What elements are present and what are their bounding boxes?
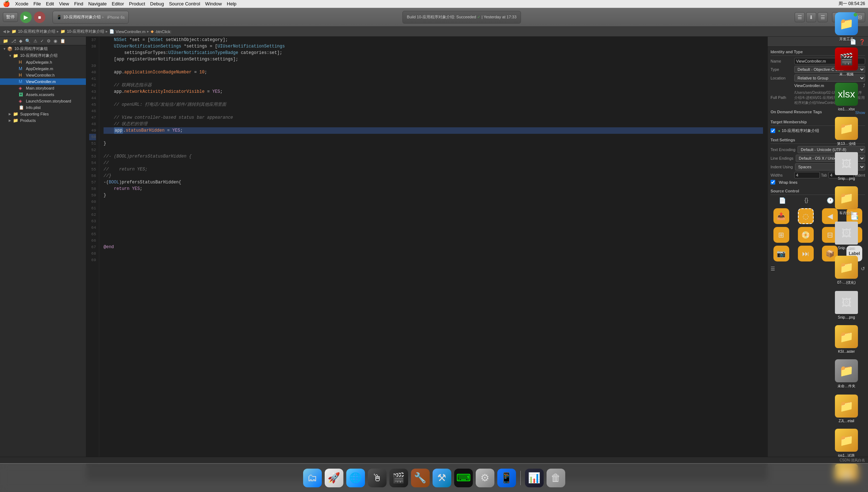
menu-xcode[interactable]: Xcode [15,1,28,6]
menu-editor[interactable]: Editor [112,1,124,6]
breadcrumb-bar: ◀ ▶ 📁 10-应用程序对象介绍 ▸ 📁 10-应用程序对象介绍 ▸ 📄 Vi… [0,27,868,37]
menu-edit[interactable]: Edit [46,1,54,6]
target-checkbox[interactable] [771,128,775,133]
sc-add-icon[interactable]: ☰ [771,266,775,272]
desktop-icons-area: 📁 开发工具 🎬 未…视频 xlsx ios1....xlsx 📁 第13…业绩… [825,8,868,480]
dock-finder[interactable]: 🗂 [303,469,322,487]
issue-icon[interactable]: ⚠ [33,38,37,44]
scheme-selector[interactable]: 📱 10-应用程序对象介绍 ▸ iPhone 6s [52,11,129,24]
desktop-icon-optimize[interactable]: 📁 07-…(优化) [833,254,859,287]
project-name: 10-应用程序对象组 [14,46,83,51]
desktop-icon-snip2[interactable]: 🖼 Snip....png [833,220,859,251]
sc-btn-6[interactable]: 📀 [795,227,817,243]
folder-icon[interactable]: 📁 [3,38,8,44]
tree-products[interactable]: ▶ 📁 Products [0,117,86,124]
tab-width-input[interactable] [794,172,820,178]
desktop-icon-ios-test[interactable]: 📁 ios1...试题 [833,427,859,460]
desktop-icon-xlsx[interactable]: xlsx ios1....xlsx [833,81,859,113]
tree-viewcontroller-h[interactable]: H ViewController.h [0,72,86,78]
code-line-53 [104,147,763,153]
source-control-icon[interactable]: ⎇ [11,38,16,44]
target-name: 10-应用程序对象介绍 [782,128,819,133]
test-icon[interactable]: ✓ [40,38,44,44]
tree-info-plist[interactable]: 📋 Info.plist [0,104,86,111]
code-line-50: app.statusBarHidden = YES; [104,127,763,134]
dock-mouse[interactable]: 🖱 [368,469,387,487]
device-name: iPhone 6s [107,15,125,19]
wrap-checkbox[interactable] [771,180,775,184]
menu-view[interactable]: View [59,1,69,6]
menu-navigate[interactable]: Navigate [88,1,106,6]
menu-find[interactable]: Find [74,1,83,6]
menu-debug[interactable]: Debug [150,1,164,6]
breadcrumb-item-1[interactable]: 10-应用程序对象介绍 [18,29,55,34]
tree-assets[interactable]: 🖼 Assets.xcassets [0,91,86,98]
desktop-icon-snip3[interactable]: 🖼 Snip....png [833,290,859,321]
breakpoint-icon[interactable]: ◉ [54,38,57,44]
dock-quicktime[interactable]: 🎬 [389,469,408,487]
clock: 周一 08:54:26 [839,1,865,7]
debug-icon[interactable]: ⚙ [47,38,51,44]
debug-toggle[interactable]: ⬇ [806,12,816,22]
tree-group[interactable]: ▼ 📁 10-应用程序对象介绍 [0,52,86,59]
pause-button[interactable]: 暂停 [3,12,18,22]
sc-diff-icon[interactable]: {} [804,197,808,204]
code-line-49: // 状态栏的管理 [104,121,763,127]
desktop-icon-folder-13[interactable]: 📁 第13…业绩 [833,115,859,148]
menu-source-control[interactable]: Source Control [169,1,200,6]
desktop-icon-unnamed[interactable]: 📁 未命…件夹 [833,358,859,390]
breadcrumb-item-3[interactable]: ViewController.m [116,29,146,34]
desktop-icon-folder-car[interactable]: 📁 车丹分享 [833,185,859,217]
dock-monitor[interactable]: 📊 [525,469,544,487]
tree-launchscreen[interactable]: ◈ LaunchScreen.storyboard [0,98,86,104]
sc-btn-9[interactable]: 📷 [771,246,792,261]
tree-project-root[interactable]: ▼ 📦 10-应用程序对象组 [0,45,86,52]
menu-file[interactable]: File [33,1,41,6]
breadcrumb-item-2[interactable]: 10-应用程序对象介绍 [67,29,104,34]
sc-file-icon[interactable]: 📄 [779,197,786,204]
breadcrumb-item-4[interactable]: -btnClick: [155,29,172,34]
dock-tools[interactable]: 🔧 [411,469,430,487]
menu-product[interactable]: Product [129,1,145,6]
desktop-icon-ksi[interactable]: 📁 KSI...aster [833,324,859,355]
log-icon[interactable]: 📋 [60,38,65,44]
dock-terminal[interactable]: ⌨ [454,469,473,487]
symbol-icon[interactable]: ◆ [19,38,22,44]
dock-trash[interactable]: 🗑 [547,469,565,487]
menu-help[interactable]: Help [227,1,237,6]
sc-btn-1[interactable]: 📤 [771,208,792,224]
nav-back[interactable]: ◀ [3,29,6,34]
run-button[interactable]: ▶ [20,12,32,23]
dock-xcode[interactable]: ⚒ [433,469,451,487]
sidebar-toolbar: 📁 ⎇ ◆ 🔍 ⚠ ✓ ⚙ ◉ 📋 [0,37,86,45]
status-bar: CSDN·清风白名 [0,457,868,463]
stop-button[interactable]: ■ [34,12,45,23]
code-line-62 [104,205,763,211]
dock-safari[interactable]: 🌐 [346,469,365,487]
dock-launchpad[interactable]: 🚀 [325,469,343,487]
desktop-icon-snip1[interactable]: 🖼 Snip....png [833,151,859,182]
desktop-icon-zjl[interactable]: 📁 ZJL...etail [833,393,859,424]
code-content[interactable]: 37 38 39 40 41 42 43 44 45 46 47 48 49 5… [86,37,767,480]
tree-appdelegate-m[interactable]: M AppDelegate.m [0,65,86,72]
find-icon[interactable]: 🔍 [25,38,31,44]
desktop-icon-devtools[interactable]: 📁 开发工具 [833,11,859,43]
code-line-40 [104,63,763,69]
code-text[interactable]: NSSet *set = [NSSet setWithObject:catego… [99,37,767,480]
tree-main-storyboard[interactable]: ◈ Main.storyboard [0,85,86,91]
tree-viewcontroller-m[interactable]: M ViewController.m [0,78,86,85]
sc-btn-5[interactable]: ⊞ [771,227,792,243]
menu-window[interactable]: Window [205,1,222,6]
dock-settings[interactable]: ⚙ [476,469,494,487]
tree-appdelegate-h[interactable]: H AppDelegate.h [0,59,86,65]
full-path-label: Full Path [771,95,792,100]
code-editor[interactable]: 37 38 39 40 41 42 43 44 45 46 47 48 49 5… [86,37,767,480]
apple-menu[interactable]: 🍎 [3,0,10,7]
sc-btn-10[interactable]: ⏭ [795,246,817,261]
tree-supporting-files[interactable]: ▶ 📁 Supporting Files [0,111,86,117]
desktop-icon-video[interactable]: 🎬 未…视频 [833,46,859,78]
navigator-toggle[interactable]: ☰ [795,12,805,22]
nav-forward[interactable]: ▶ [7,29,10,34]
sc-btn-2[interactable]: ◌ [795,208,817,224]
dock-appstore[interactable]: 📱 [497,469,516,487]
